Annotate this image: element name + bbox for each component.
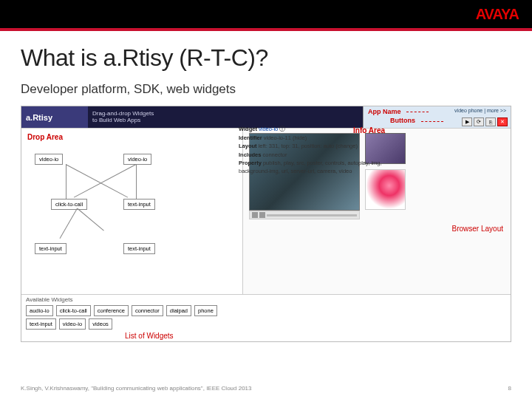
drop-area[interactable]: Drop Area video-io video-io click-to-cal… <box>21 129 243 294</box>
edge <box>66 164 66 199</box>
slide-title: What is a.Rtisy (R-T-C)? <box>21 44 511 72</box>
tool-button[interactable]: ⟳ <box>474 117 484 126</box>
widget-row: text-input video-io videos <box>26 318 506 330</box>
widget-chip[interactable]: click-to-call <box>56 305 91 316</box>
app-name-annotation: App Name <box>368 108 401 115</box>
image-thumbnail[interactable] <box>365 169 406 210</box>
widget-row: audio-io click-to-call conference connec… <box>26 305 506 316</box>
edge <box>60 208 78 239</box>
list-widgets-annotation: List of Widgets <box>125 332 174 340</box>
info-id-key: Identifier <box>239 134 262 141</box>
widget-chip[interactable]: dialpad <box>166 305 191 316</box>
pause-icon[interactable] <box>259 212 265 218</box>
edge <box>77 208 104 231</box>
slide-subtitle: Developer platform, SDK, web widgets <box>21 82 511 97</box>
info-layout-value: left: 331, top: 31, position: auto (chan… <box>259 143 358 149</box>
video-controls[interactable] <box>249 211 360 219</box>
node-text-input[interactable]: text-input <box>123 243 155 254</box>
browser-layout-annotation: Browser Layout <box>452 225 503 233</box>
widgets-panel: Available Widgets audio-io click-to-call… <box>21 294 511 341</box>
seek-bar[interactable] <box>267 214 357 216</box>
edge <box>136 164 137 199</box>
node-click-to-call[interactable]: click-to-call <box>51 199 87 210</box>
info-includes-key: Includes <box>239 151 261 158</box>
widget-chip[interactable]: audio-io <box>26 305 53 316</box>
info-widget-key: Widget <box>239 126 257 132</box>
preview-area: Browser Layout Info Area Widget video-io… <box>243 129 511 294</box>
brand-logo: AVAYA <box>476 6 519 23</box>
tool-button[interactable]: ▶ <box>462 117 472 126</box>
more-link[interactable]: video phone | more >> <box>454 108 508 113</box>
widget-chip[interactable]: conference <box>94 305 129 316</box>
widget-chip[interactable]: connector <box>132 305 163 316</box>
brand-bar: AVAYA <box>0 0 532 28</box>
widget-chip[interactable]: videos <box>89 318 112 330</box>
info-area: Info Area Widget video-io ⓘ Identifier v… <box>239 126 394 175</box>
node-text-input[interactable]: text-input <box>35 243 66 254</box>
info-widget-value[interactable]: video-io <box>259 126 278 132</box>
available-widgets-label: Available Widgets <box>26 296 506 303</box>
tagline-line2: to Build Web Apps <box>92 117 363 124</box>
mockup-brand: a.Rtisy <box>21 106 88 128</box>
info-property-key: Property <box>239 160 262 166</box>
app-screenshot: a.Rtisy Drag-and-drop Widgets to Build W… <box>21 106 511 342</box>
widget-chip[interactable]: phone <box>194 305 217 316</box>
edge <box>74 164 136 197</box>
drop-area-label: Drop Area <box>27 133 239 141</box>
buttons-annotation: Buttons <box>390 117 415 124</box>
page-number: 8 <box>508 385 511 392</box>
node-text-input[interactable]: text-input <box>123 199 155 210</box>
tool-button[interactable]: ⎘ <box>485 117 496 126</box>
widget-chip[interactable]: video-io <box>59 318 86 330</box>
info-includes-value: connector <box>263 151 287 158</box>
close-button[interactable]: ✕ <box>497 117 508 126</box>
edge <box>66 164 128 197</box>
widget-chip[interactable]: text-input <box>26 318 56 330</box>
play-icon[interactable] <box>252 212 258 218</box>
mockup-tagline: Drag-and-drop Widgets to Build Web Apps <box>88 106 363 128</box>
info-layout-key: Layout <box>239 143 257 149</box>
citation: K.Singh, V.Krishnaswamy, "Building commu… <box>21 385 252 392</box>
node-video-io[interactable]: video-io <box>35 154 63 165</box>
info-id-value: video-io-11 (hide) <box>264 134 307 141</box>
dash-annotation-2 <box>421 121 443 122</box>
info-area-annotation: Info Area <box>353 126 385 136</box>
node-video-io[interactable]: video-io <box>123 154 151 165</box>
dash-annotation <box>406 112 429 112</box>
app-header-area: App Name Buttons video phone | more >> ▶… <box>363 106 511 128</box>
slide-footer: K.Singh, V.Krishnaswamy, "Building commu… <box>21 385 511 392</box>
